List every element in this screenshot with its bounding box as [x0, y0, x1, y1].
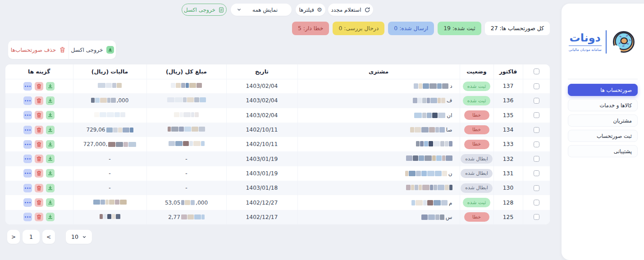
delete-invoice-button[interactable]	[35, 82, 43, 91]
row-checkbox[interactable]	[534, 112, 539, 118]
date-cell: 1402/10/11	[226, 123, 297, 137]
delete-invoice-button[interactable]	[35, 140, 43, 149]
invoice-number-cell: 125	[493, 210, 523, 224]
tax-amount-cell	[73, 210, 146, 224]
row-checkbox[interactable]	[534, 83, 539, 89]
download-invoice-button[interactable]	[46, 82, 55, 91]
download-icon	[47, 141, 53, 147]
redacted-customer: ف	[413, 97, 452, 104]
delete-invoice-button[interactable]	[35, 198, 43, 207]
more-options-button[interactable]	[23, 184, 32, 192]
export-excel-top-label: خروجی اکسل	[184, 7, 215, 13]
download-icon	[47, 185, 53, 191]
date-cell: 1402/12/27	[226, 195, 297, 210]
row-checkbox[interactable]	[534, 200, 539, 205]
redacted-customer: س	[421, 214, 452, 220]
prev-page-button[interactable]: <	[7, 230, 20, 244]
sidebar-item-3[interactable]: ثبت صورتحساب	[568, 130, 638, 142]
select-all-checkbox[interactable]	[534, 68, 539, 74]
more-options-button[interactable]	[23, 213, 32, 221]
row-checkbox[interactable]	[534, 185, 539, 191]
table-row: 130ابطال شده1403/01/18--	[5, 181, 550, 195]
status-cell: خطا	[460, 123, 493, 137]
delete-invoice-button[interactable]	[35, 184, 43, 192]
invoice-number-cell: 131	[493, 166, 523, 181]
more-options-button[interactable]	[23, 126, 32, 134]
redacted-amount	[168, 127, 205, 132]
next-page-button[interactable]: >	[42, 230, 55, 244]
download-invoice-button[interactable]	[46, 213, 55, 221]
sidebar-item-4[interactable]: پشتیبانی	[568, 145, 638, 157]
row-checkbox[interactable]	[534, 98, 539, 104]
refresh-button[interactable]: استعلام مجدد	[328, 4, 373, 16]
chevron-down-icon	[82, 235, 87, 239]
row-checkbox[interactable]	[534, 170, 539, 176]
delete-invoice-button[interactable]	[35, 111, 43, 119]
sidebar: دونات سامانه مودیان مالیاتی صورتحساب هاک…	[562, 4, 644, 260]
app-canvas: استعلام مجدد ⚙ فیلترها نمایش همه خروجی ا…	[0, 0, 644, 260]
redacted-customer: د	[414, 83, 452, 89]
redacted-blocks	[167, 97, 206, 102]
redacted-blocks	[410, 127, 445, 132]
options-cell	[5, 195, 73, 210]
table-row: 131ابطال شدهن1403/01/19--	[5, 166, 550, 181]
download-invoice-button[interactable]	[46, 184, 55, 192]
more-options-button[interactable]	[23, 111, 32, 119]
customer-cell: د	[297, 79, 460, 93]
download-icon	[47, 112, 53, 118]
sidebar-item-2[interactable]: مشتریان	[568, 114, 638, 127]
trash-icon	[36, 156, 42, 162]
delete-invoice-button[interactable]	[35, 213, 43, 221]
download-icon	[47, 170, 53, 176]
download-invoice-button[interactable]	[46, 96, 55, 105]
download-invoice-button[interactable]	[46, 126, 55, 134]
row-checkbox[interactable]	[534, 156, 539, 162]
row-checkbox[interactable]	[534, 127, 539, 133]
total-amount-cell: 2,77	[146, 210, 226, 224]
redacted-blocks	[171, 83, 202, 88]
download-icon	[106, 46, 114, 54]
page-size-value: 10	[71, 233, 78, 240]
more-options-button[interactable]	[23, 82, 32, 91]
redacted-amount: 729,06	[87, 127, 133, 133]
more-options-button[interactable]	[23, 169, 32, 178]
filters-button[interactable]: ⚙ فیلترها	[296, 4, 325, 16]
row-checkbox[interactable]	[534, 214, 539, 220]
total-amount-cell	[146, 108, 226, 123]
download-invoice-button[interactable]	[46, 111, 55, 119]
page-size-select[interactable]: 10	[66, 230, 92, 244]
redacted-blocks	[91, 98, 116, 103]
current-page-button[interactable]: 1	[23, 230, 40, 244]
download-invoice-button[interactable]	[46, 140, 55, 149]
redacted-amount	[171, 83, 202, 88]
more-options-button[interactable]	[23, 140, 32, 149]
sidebar-item-1[interactable]: کالاها و خدمات	[568, 99, 638, 111]
delete-invoice-button[interactable]	[35, 169, 43, 178]
delete-invoice-button[interactable]	[35, 126, 43, 134]
more-options-button[interactable]	[23, 198, 32, 207]
column-header-0: فاکتور	[493, 64, 523, 79]
trash-icon	[36, 185, 42, 191]
redacted-blocks	[405, 171, 447, 176]
logo-divider	[606, 30, 607, 54]
more-options-button[interactable]	[23, 96, 32, 105]
stat-badge-info: ارسال شده: 0	[388, 22, 434, 35]
sidebar-divider	[568, 79, 638, 79]
row-checkbox[interactable]	[534, 141, 539, 147]
delete-invoice-button[interactable]	[35, 96, 43, 105]
show-all-select[interactable]: نمایش همه	[231, 4, 292, 16]
export-excel-button[interactable]: خروجی اکسل	[69, 41, 116, 59]
table-row: 134خطاصا1402/10/11729,06	[5, 123, 550, 137]
tax-amount-cell: 729,06	[73, 123, 146, 137]
more-options-button[interactable]	[23, 155, 32, 163]
download-invoice-button[interactable]	[46, 155, 55, 163]
export-excel-top-button[interactable]: خروجی اکسل	[182, 4, 227, 16]
delete-invoices-button[interactable]: حذف صورتحساب‌ها	[8, 41, 69, 59]
redacted-customer	[406, 185, 452, 190]
delete-invoice-button[interactable]	[35, 155, 43, 163]
sidebar-item-0[interactable]: صورتحساب ها	[568, 84, 638, 96]
select-all-cell	[523, 64, 550, 79]
download-invoice-button[interactable]	[46, 169, 55, 178]
stat-badge-warning: درحال بررسی: 0	[333, 22, 384, 35]
download-invoice-button[interactable]	[46, 198, 55, 207]
